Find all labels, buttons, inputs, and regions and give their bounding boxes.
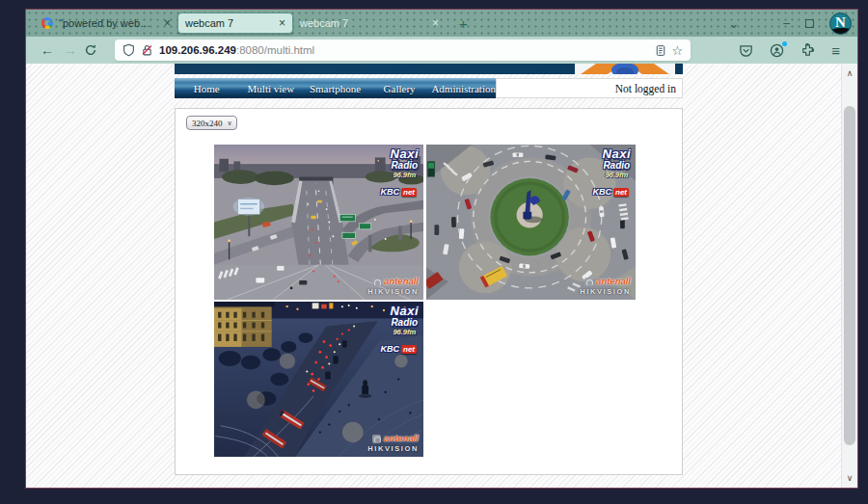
hamburger-menu-icon[interactable]: ≡ (831, 42, 840, 59)
browser-window: "powered by webcam 7" - Goo × webcam 7 ×… (25, 9, 858, 489)
tab-close-icon[interactable]: × (279, 16, 285, 30)
url-host: 109.206.96.249 (159, 44, 236, 56)
site-nav-row: Home Multi view Smartphone Gallery Admin… (175, 78, 683, 98)
scroll-down-icon[interactable]: ∨ (842, 470, 857, 486)
maximize-button[interactable] (805, 19, 814, 28)
list-all-tabs-icon[interactable]: ⌄ (728, 17, 739, 30)
reload-button[interactable] (84, 43, 97, 57)
desktop-background: "powered by webcam 7" - Goo × webcam 7 ×… (0, 0, 868, 504)
page-scrollbar[interactable]: ∧ ∨ (841, 64, 857, 488)
pocket-icon[interactable] (739, 43, 753, 58)
site-nav-menu: Home Multi view Smartphone Gallery Admin… (175, 78, 496, 98)
multi-view-content: 320x240 ∨ (175, 108, 683, 475)
naxi-radio-watermark: Naxi Radio 96.9fm (391, 147, 419, 179)
forward-button[interactable]: → (59, 42, 82, 58)
minimize-button[interactable]: – (783, 17, 790, 29)
url-text[interactable]: 109.206.96.249:8080/multi.html (159, 44, 649, 56)
scrollbar-thumb[interactable] (844, 106, 855, 445)
reader-view-icon[interactable] (655, 44, 666, 57)
bookmark-star-icon[interactable]: ☆ (672, 43, 684, 58)
login-status: Not logged in (496, 78, 683, 98)
shield-icon[interactable] (122, 43, 135, 57)
tab-close-icon[interactable]: × (432, 16, 439, 30)
page-viewport: Home Multi view Smartphone Gallery Admin… (26, 64, 857, 488)
naxi-radio-watermark: Naxi Radio 96.9fm (391, 305, 419, 336)
antenall-hikvision-watermark: antenall HIKVISION (367, 277, 419, 297)
tab-bar: "powered by webcam 7" - Goo × webcam 7 ×… (26, 10, 857, 37)
antenna-icon (584, 278, 593, 286)
tab-google-search[interactable]: "powered by webcam 7" - Goo × (35, 13, 177, 34)
kbc-net-watermark: KBC net (593, 187, 630, 197)
resolution-value: 320x240 (192, 119, 223, 128)
tab-webcam7-active[interactable]: webcam 7 × (177, 13, 293, 34)
nav-item-home[interactable]: Home (175, 78, 239, 98)
browser-logo-icon[interactable]: N (829, 13, 852, 35)
tab-webcam7[interactable]: webcam 7 × (293, 13, 446, 34)
scroll-up-icon[interactable]: ∧ (842, 66, 857, 81)
webcam7-page: Home Multi view Smartphone Gallery Admin… (175, 64, 683, 475)
naxi-radio-watermark: Naxi Radio 96.9fm (603, 147, 631, 179)
account-icon[interactable] (770, 43, 784, 58)
url-bar[interactable]: 109.206.96.249:8080/multi.html ☆ (115, 40, 691, 61)
kbc-net-watermark: KBC net (381, 344, 418, 354)
navigation-toolbar: ← → 109.206.96.249:8080/multi.html ☆ (26, 37, 857, 64)
url-path: :8080/multi.html (236, 44, 314, 56)
new-tab-button[interactable]: + (455, 15, 472, 32)
extensions-puzzle-icon[interactable] (800, 43, 815, 58)
insecure-lock-icon[interactable] (141, 43, 153, 57)
toolbar-right-icons: ≡ (739, 42, 840, 59)
antenna-icon (372, 435, 381, 443)
back-button[interactable]: ← (36, 42, 59, 58)
kbc-net-watermark: KBC net (381, 187, 418, 197)
nav-item-smartphone[interactable]: Smartphone (303, 78, 367, 98)
webcam-image-square: Naxi Radio 96.9fm KBC net antenall HIKVI… (214, 302, 423, 457)
webcam7-logo-icon (575, 64, 675, 74)
nav-item-gallery[interactable]: Gallery (367, 78, 432, 98)
window-controls: ⌄ – N (728, 10, 852, 37)
nav-item-administration[interactable]: Administration (431, 78, 496, 98)
select-chevron-icon: ∨ (228, 119, 232, 127)
antenna-icon (372, 278, 381, 286)
antenall-hikvision-watermark: antenall HIKVISION (367, 434, 419, 454)
tab-close-icon[interactable]: × (164, 16, 171, 30)
webcam-grid: Naxi Radio 96.9fm KBC net antenall HIKVI… (214, 145, 638, 457)
antenall-hikvision-watermark: antenall HIKVISION (580, 277, 631, 297)
resolution-select[interactable]: 320x240 ∨ (186, 116, 237, 130)
google-favicon-icon (41, 17, 53, 29)
webcam-image-roundabout: Naxi Radio 96.9fm KBC net antenall HIKVI… (426, 145, 636, 300)
tab-label: webcam 7 (185, 17, 269, 29)
tab-label: webcam 7 (300, 17, 422, 29)
webcam-image-highway: Naxi Radio 96.9fm KBC net antenall HIKVI… (214, 145, 423, 300)
tab-label: "powered by webcam 7" - Goo (59, 17, 154, 29)
nav-item-multi-view[interactable]: Multi view (239, 78, 304, 98)
site-header-banner (175, 64, 683, 74)
